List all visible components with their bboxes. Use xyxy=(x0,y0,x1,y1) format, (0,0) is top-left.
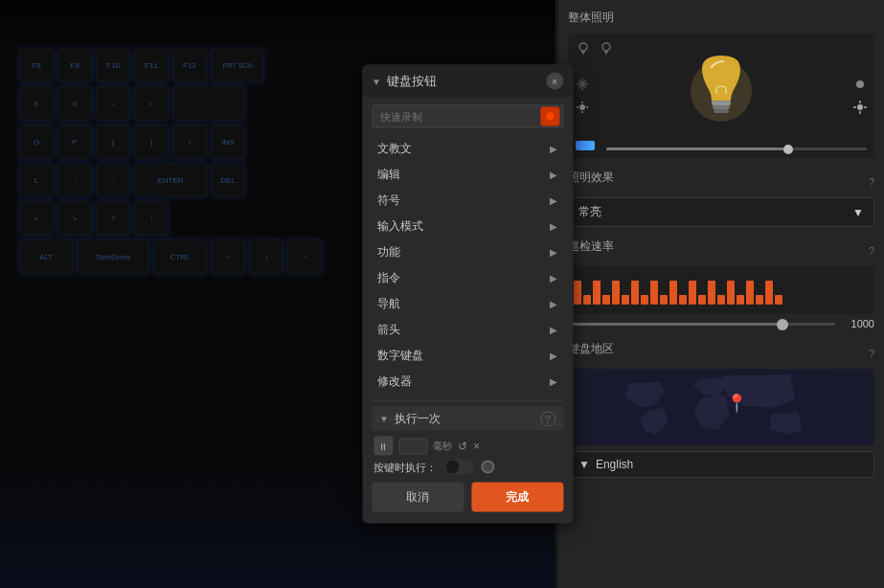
speed-bar-11 xyxy=(669,281,677,305)
menu-item-jiantou[interactable]: 箭头 ▶ xyxy=(372,317,563,343)
speed-bar-7 xyxy=(631,281,639,305)
execute-help-button[interactable]: ? xyxy=(540,411,555,426)
speed-bar-4 xyxy=(602,295,610,305)
modal-divider xyxy=(372,400,563,401)
speed-bar-13 xyxy=(689,281,696,305)
lighting-effect-section: 照明效果 ? 常亮 ▼ xyxy=(568,170,874,227)
search-record-button[interactable] xyxy=(540,107,559,126)
svg-point-17 xyxy=(579,104,585,110)
speed-section: 巡检速率 ? xyxy=(568,238,874,329)
speed-bar-21 xyxy=(765,281,773,305)
lighting-effect-title: 照明效果 xyxy=(568,170,614,186)
menu-item-shuzijianpan-arrow-icon: ▶ xyxy=(550,351,557,361)
speed-bar-17 xyxy=(727,281,735,305)
modal-close-button[interactable]: × xyxy=(546,73,563,90)
language-value: English xyxy=(596,458,633,471)
execute-dropdown-arrow-icon: ▼ xyxy=(379,414,389,424)
menu-item-zhiling[interactable]: 指令 ▶ xyxy=(372,265,563,291)
menu-item-fuhao[interactable]: 符号 ▶ xyxy=(372,188,563,214)
language-dropdown[interactable]: ▼ English xyxy=(568,451,874,478)
map-location-pin: 📍 xyxy=(726,393,747,414)
lighting-top-row xyxy=(576,41,867,57)
seconds-input[interactable] xyxy=(398,438,427,454)
menu-item-shurumoshi-label: 输入模式 xyxy=(377,218,423,235)
pause-button[interactable]: ⏸ xyxy=(374,437,393,456)
lighting-right-icons xyxy=(853,78,867,114)
menu-item-bianji[interactable]: 编辑 ▶ xyxy=(372,162,563,188)
speed-slider-row: 1000 xyxy=(568,318,874,329)
speed-bar-20 xyxy=(756,295,763,305)
lighting-effect-help[interactable]: ? xyxy=(869,176,874,188)
menu-item-shuzijianpan[interactable]: 数字键盘 ▶ xyxy=(372,343,563,369)
speed-slider-thumb[interactable] xyxy=(777,319,788,330)
svg-rect-10 xyxy=(714,109,729,113)
modal-header-left: ▼ 键盘按钮 xyxy=(372,73,437,90)
execute-controls: ⏸ 毫秒 ↺ × xyxy=(372,431,563,456)
menu-item-zhiling-label: 指令 xyxy=(377,270,400,286)
lighting-effect-dropdown[interactable]: 常亮 ▼ xyxy=(568,197,874,227)
menu-item-xiugaiqi-arrow-icon: ▶ xyxy=(550,376,557,387)
speed-bar-16 xyxy=(717,295,725,305)
menu-item-gongneng[interactable]: 功能 ▶ xyxy=(372,239,563,265)
menu-item-xiugaiqi-label: 修改器 xyxy=(377,373,412,390)
menu-item-gongneng-arrow-icon: ▶ xyxy=(550,247,557,258)
record-icon xyxy=(545,112,555,122)
keypress-toggle-button[interactable] xyxy=(444,460,473,475)
menu-item-daohang-arrow-icon: ▶ xyxy=(550,299,557,309)
confirm-button[interactable]: 完成 xyxy=(471,483,563,512)
brightness-slider-fill xyxy=(606,147,788,150)
menu-item-xiugaiqi[interactable]: 修改器 ▶ xyxy=(372,369,563,395)
execute-title: 执行一次 xyxy=(395,411,534,427)
speed-bar-15 xyxy=(708,281,715,305)
refresh-icon[interactable]: ↺ xyxy=(458,440,467,453)
cancel-button[interactable]: 取消 xyxy=(372,483,464,512)
lighting-bulb-svg xyxy=(683,48,759,144)
brightness-slider-thumb[interactable] xyxy=(783,145,793,154)
menu-item-shuzijianpan-label: 数字键盘 xyxy=(377,348,423,364)
modal-search-input[interactable] xyxy=(372,105,563,128)
execute-close-icon[interactable]: × xyxy=(473,440,480,453)
right-panel: 整体照明 xyxy=(558,0,884,588)
speed-bar-14 xyxy=(698,295,706,305)
modal-header: ▼ 键盘按钮 × xyxy=(362,65,573,98)
menu-item-wenjiaowen-label: 文教文 xyxy=(377,141,412,157)
pause-icon: ⏸ xyxy=(378,441,388,451)
brightness-small-icon xyxy=(853,78,867,91)
lighting-bulb-area xyxy=(568,34,874,158)
bulb-small-left-icon xyxy=(576,41,591,57)
bulb-small-right-icon xyxy=(599,41,614,57)
map-section: 键盘地区 ? 📍 xyxy=(568,341,874,478)
speed-bar-8 xyxy=(641,295,648,305)
speed-help[interactable]: ? xyxy=(869,245,874,257)
keypress-row: 按键时执行： xyxy=(372,456,563,475)
color-bar xyxy=(576,141,595,150)
menu-item-daohang[interactable]: 导航 ▶ xyxy=(372,291,563,317)
map-help[interactable]: ? xyxy=(869,348,874,359)
seconds-label: 毫秒 xyxy=(433,440,452,453)
menu-item-bianji-label: 编辑 xyxy=(377,167,400,183)
svg-point-1 xyxy=(579,43,587,51)
menu-item-gongneng-label: 功能 xyxy=(377,244,400,260)
speed-slider-track[interactable] xyxy=(568,323,835,326)
menu-item-wenjiaowen[interactable]: 文教文 ▶ xyxy=(372,136,563,162)
speed-bar-9 xyxy=(650,281,658,305)
color-indicator xyxy=(576,141,595,150)
menu-item-jiantou-label: 箭头 xyxy=(377,322,400,338)
speed-bar-10 xyxy=(660,295,668,305)
language-dropdown-arrow-icon: ▼ xyxy=(578,458,590,471)
speed-bar-2 xyxy=(583,295,591,305)
speed-header: 巡检速率 ? xyxy=(568,238,874,262)
svg-point-23 xyxy=(857,104,863,110)
keypress-toggle-circle[interactable] xyxy=(481,461,494,474)
speed-display xyxy=(568,266,874,314)
modal-title: 键盘按钮 xyxy=(387,73,437,90)
lighting-effect-dropdown-arrow-icon: ▼ xyxy=(852,206,864,219)
speed-bar-22 xyxy=(775,295,782,305)
svg-rect-2 xyxy=(581,51,585,53)
menu-item-shurumoshi[interactable]: 输入模式 ▶ xyxy=(372,214,563,239)
menu-item-zhiling-arrow-icon: ▶ xyxy=(550,273,557,283)
menu-item-fuhao-arrow-icon: ▶ xyxy=(550,195,557,206)
menu-item-bianji-arrow-icon: ▶ xyxy=(550,170,557,180)
modal-buttons: 取消 完成 xyxy=(372,483,563,512)
brightness-slider-track[interactable] xyxy=(606,147,867,150)
